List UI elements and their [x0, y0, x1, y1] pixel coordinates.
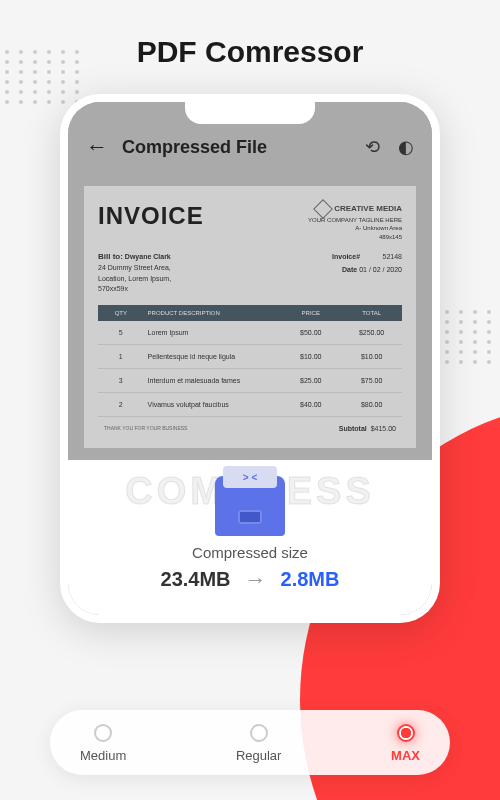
phone-screen: ← Compressed File ⟲ ◐ INVOICE CREATIVE M…: [68, 102, 432, 615]
table-row: 5Lorem Ipsum$50.00$250.00: [98, 321, 402, 345]
bill-to-block: Bill to: Dwyane Clark 24 Dummy Street Ar…: [98, 251, 171, 295]
compression-level-selector: Medium Regular MAX: [50, 710, 450, 775]
level-label-regular: Regular: [236, 748, 282, 763]
radio-regular[interactable]: [250, 724, 268, 742]
phone-notch: [185, 102, 315, 124]
share-icon[interactable]: ⟲: [365, 136, 380, 158]
level-option-medium[interactable]: Medium: [80, 724, 126, 763]
invoice-meta: Invoice# 52148 Date 01 / 02 / 2020: [317, 251, 402, 295]
document-preview[interactable]: INVOICE CREATIVE MEDIA YOUR COMPANY TAGL…: [84, 186, 416, 448]
compression-result: COMPRESS Compressed size 23.4MB → 2.8MB: [68, 460, 432, 615]
dark-mode-icon[interactable]: ◐: [398, 136, 414, 158]
phone-mockup: ← Compressed File ⟲ ◐ INVOICE CREATIVE M…: [60, 94, 440, 623]
compressor-icon: [215, 476, 285, 536]
header-title: Compressed File: [122, 137, 365, 158]
invoice-subtotal: THANK YOU FOR YOUR BUSINESS Subtotal $41…: [98, 417, 402, 432]
invoice-table-header: QTY PRODUCT DESCRIPTION PRICE TOTAL: [98, 305, 402, 321]
level-option-regular[interactable]: Regular: [236, 724, 282, 763]
size-before: 23.4MB: [161, 568, 231, 591]
invoice-heading: INVOICE: [98, 202, 204, 230]
table-row: 1Pellentesque id neque ligula$10.00$10.0…: [98, 345, 402, 369]
level-option-max[interactable]: MAX: [391, 724, 420, 763]
table-row: 3Interdum et malesuada fames$25.00$75.00: [98, 369, 402, 393]
company-block: CREATIVE MEDIA YOUR COMPANY TAGLINE HERE…: [308, 202, 402, 241]
compressed-size-label: Compressed size: [68, 544, 432, 561]
size-comparison: 23.4MB → 2.8MB: [68, 567, 432, 605]
radio-max[interactable]: [397, 724, 415, 742]
size-after: 2.8MB: [281, 568, 340, 591]
page-title: PDF Comressor: [0, 0, 500, 94]
arrow-right-icon: →: [245, 567, 267, 593]
level-label-medium: Medium: [80, 748, 126, 763]
table-row: 2Vivamus volutpat faucibus$40.00$80.00: [98, 393, 402, 417]
radio-medium[interactable]: [94, 724, 112, 742]
back-arrow-icon[interactable]: ←: [86, 134, 108, 160]
level-label-max: MAX: [391, 748, 420, 763]
